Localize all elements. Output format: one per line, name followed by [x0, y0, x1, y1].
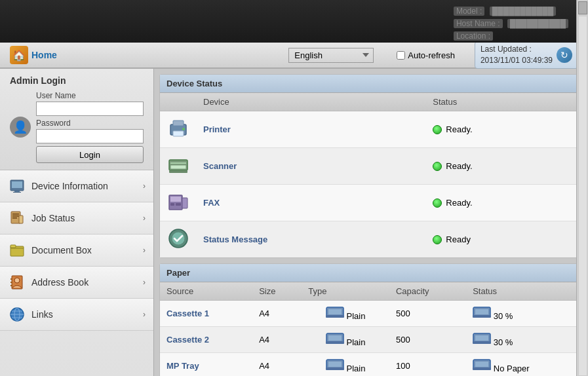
paper-header: Paper [160, 264, 582, 282]
avatar: 👤 [10, 117, 31, 138]
refresh-button[interactable]: ↻ [557, 47, 572, 63]
status-indicator [433, 198, 442, 208]
sidebar-item-device-information[interactable]: Device Information › [0, 170, 153, 202]
scrollbar-thumb[interactable] [578, 1, 587, 14]
location-label: Location : [454, 31, 493, 41]
svg-rect-50 [326, 367, 344, 370]
home-link-wrap[interactable]: 🏠 Home [10, 46, 57, 64]
device-status-cell: Ready. [426, 148, 582, 185]
svg-point-24 [182, 128, 185, 130]
svg-rect-14 [10, 282, 12, 283]
admin-login-section: Admin Login 👤 User Name Password Login [0, 69, 153, 170]
home-link[interactable]: Home [31, 50, 57, 60]
svg-point-12 [14, 278, 20, 283]
svg-rect-40 [475, 309, 488, 314]
table-row: Printer Ready. [160, 111, 582, 148]
username-input[interactable] [36, 102, 144, 116]
nav-bar: 🏠 Home English Japanese Chinese Auto-ref… [0, 43, 588, 69]
sidebar: Admin Login 👤 User Name Password Login [0, 69, 154, 376]
svg-rect-3 [13, 192, 21, 193]
svg-rect-46 [475, 335, 488, 341]
paper-status-cell: 30 % [466, 301, 582, 327]
document-box-icon [8, 241, 26, 259]
table-row: Cassette 1 A4 Plain 500 30 % [160, 301, 582, 327]
svg-rect-43 [328, 335, 342, 341]
svg-rect-53 [473, 367, 491, 370]
paper-status-cell: 30 % [466, 327, 582, 353]
status-indicator [433, 125, 442, 134]
table-row: Cassette 2 A4 Plain 500 30 % [160, 327, 582, 353]
paper-panel: Paper SourceSizeTypeCapacityStatus Casse… [159, 263, 583, 376]
paper-type-cell: Plain [302, 353, 389, 377]
svg-rect-2 [14, 191, 20, 192]
main-layout: Admin Login 👤 User Name Password Login [0, 69, 588, 376]
scrollbar-track[interactable] [578, 16, 587, 376]
links-label: Links [31, 309, 53, 320]
svg-rect-28 [169, 170, 187, 173]
document-box-label: Document Box [31, 245, 92, 255]
col-device-icon [160, 93, 197, 111]
device-status-panel: Device Status Device Status Printer Read… [159, 74, 583, 258]
address-book-chevron: › [143, 278, 146, 287]
svg-rect-38 [326, 315, 344, 318]
model-label: Model : [454, 7, 484, 16]
paper-size-cell: A4 [252, 353, 302, 377]
links-chevron: › [143, 310, 146, 319]
device-icon-cell [160, 185, 197, 221]
sidebar-item-document-box[interactable]: Document Box › [0, 235, 153, 267]
top-bar: Model : ███████████ Host Name : ████████… [0, 0, 588, 43]
username-label: User Name [36, 91, 144, 100]
svg-rect-49 [328, 362, 342, 367]
sidebar-item-links[interactable]: Links › [0, 299, 153, 331]
device-status-cell: Ready. [426, 185, 582, 221]
device-status-header: Device Status [160, 75, 582, 93]
autorefresh-wrap[interactable]: Auto-refresh [397, 50, 455, 60]
hostname-value: ██████████ [507, 19, 568, 28]
job-status-icon [8, 209, 26, 227]
last-updated-label: Last Updated : [480, 44, 553, 55]
device-status-cell: Ready [426, 221, 582, 258]
admin-login-row: 👤 User Name Password Login [10, 91, 144, 163]
device-name-cell: Scanner [197, 148, 426, 185]
col-device-status: Status [426, 93, 582, 111]
device-icon-cell [160, 221, 197, 258]
paper-col-header: Size [252, 282, 302, 301]
paper-table: SourceSizeTypeCapacityStatus Cassette 1 … [160, 282, 582, 376]
location-row: Location : [451, 30, 568, 43]
language-select-wrap[interactable]: English Japanese Chinese [288, 48, 374, 63]
device-icon-cell [160, 148, 197, 185]
model-value: ███████████ [490, 7, 557, 16]
svg-rect-1 [12, 181, 22, 188]
last-updated-value: 2013/11/01 03:49:39 [480, 55, 553, 66]
autorefresh-checkbox[interactable] [397, 51, 405, 60]
svg-rect-26 [170, 162, 186, 164]
device-information-label: Device Information [31, 181, 108, 191]
svg-rect-32 [176, 203, 181, 206]
main-content: Device Status Device Status Printer Read… [154, 69, 588, 376]
password-input[interactable] [36, 129, 144, 143]
autorefresh-label[interactable]: Auto-refresh [408, 50, 455, 60]
paper-col-header: Type [302, 282, 389, 301]
sidebar-item-address-book[interactable]: Address Book › [0, 267, 153, 299]
svg-rect-13 [10, 278, 12, 280]
device-name-cell: FAX [197, 185, 426, 221]
svg-rect-37 [328, 309, 342, 314]
paper-col-header: Capacity [389, 282, 466, 301]
language-select[interactable]: English Japanese Chinese [288, 48, 374, 63]
svg-rect-23 [173, 131, 184, 136]
address-book-label: Address Book [31, 277, 88, 288]
device-information-chevron: › [143, 181, 146, 191]
job-status-label: Job Status [31, 213, 75, 223]
sidebar-item-job-status[interactable]: Job Status › [0, 202, 153, 235]
device-icon-cell [160, 111, 197, 148]
svg-rect-41 [473, 315, 491, 318]
last-updated-wrap: Last Updated : 2013/11/01 03:49:39 ↻ [475, 41, 578, 69]
svg-rect-5 [12, 214, 19, 215]
paper-type-cell: Plain [302, 327, 389, 353]
paper-capacity-cell: 500 [389, 327, 466, 353]
scrollbar[interactable] [576, 0, 588, 376]
hostname-row: Host Name : ██████████ [451, 18, 568, 30]
svg-rect-7 [12, 217, 17, 219]
login-button[interactable]: Login [36, 146, 144, 163]
device-name-cell: Status Message [197, 221, 426, 258]
